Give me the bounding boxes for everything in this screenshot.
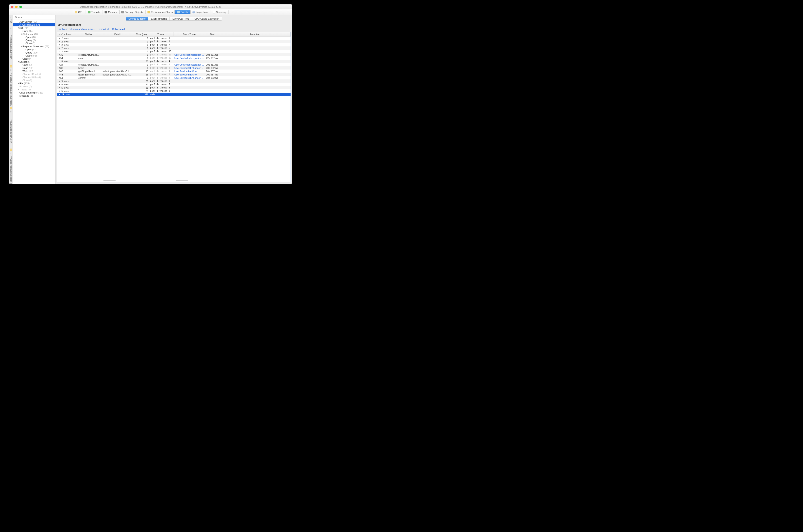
subtab-event-call-tree[interactable]: Event Call Tree — [170, 17, 192, 20]
tab-memory[interactable]: Memory — [102, 10, 119, 14]
table-row[interactable]: ▶2 rows0pool-1-thread-9 — [57, 37, 291, 40]
col-time[interactable]: Time (ms) — [134, 32, 149, 36]
table-row[interactable]: #43getSingleResultselect generatedAlias0… — [57, 73, 291, 76]
close-icon[interactable]: × — [10, 69, 12, 71]
col-start[interactable]: Start — [205, 32, 219, 36]
tab-summary[interactable]: Summary — [211, 10, 228, 14]
tree-node-sock-chread[interactable]: Channel Read(0) — [13, 73, 55, 76]
table-row[interactable]: #40getSingleResultselect generatedAlias0… — [57, 70, 291, 73]
tree-node-jpa[interactable]: JPA/Hibernate(57) — [13, 23, 55, 26]
expand-icon[interactable]: ▶ — [59, 87, 61, 89]
table-row[interactable]: #33begin0pool-1-thread-4UserService$$Enh… — [57, 66, 291, 70]
tab-cpu[interactable]: CPU — [73, 10, 85, 14]
table-row[interactable]: ▶5 rows31pool-1-thread-8 — [57, 86, 291, 89]
tree-node-sql-open[interactable]: Open(14) — [13, 30, 55, 33]
col-detail[interactable]: Detail — [101, 32, 134, 36]
tree-node-sock-write[interactable]: Write(83) — [13, 70, 55, 73]
table-row[interactable]: ▶2 rows0pool-1-thread-6 — [57, 46, 291, 50]
cell-stack[interactable]: UserControllerIntegrationTest — [173, 63, 205, 66]
table-row[interactable]: ▶2 rows0pool-1-thread-2 — [57, 40, 291, 43]
gear-icon[interactable] — [58, 33, 61, 36]
close-icon[interactable]: × — [10, 152, 12, 155]
cell-stack[interactable]: UserService.findOne — [173, 73, 205, 76]
tree-node-sock-close[interactable]: Close(0) — [13, 79, 55, 82]
side-tab-1[interactable]: ×UserControllerIntegrati… — [9, 26, 13, 68]
search-icon[interactable] — [61, 34, 63, 35]
col-method[interactable]: Method — [77, 32, 101, 36]
table-row[interactable]: #30createEntityManager0pool-1-thread-10U… — [57, 53, 291, 56]
col-exception[interactable]: Exception — [219, 32, 291, 36]
h-scrollbar-thumb[interactable] — [104, 180, 116, 181]
expand-icon[interactable]: ▼ — [59, 50, 61, 52]
tree-node-stmt-query[interactable]: Query(8) — [13, 39, 55, 42]
h-scrollbar-thumb[interactable] — [176, 180, 188, 181]
expand-icon[interactable]: ▶ — [59, 93, 61, 95]
tree-node-process[interactable]: Process(0) — [13, 85, 55, 88]
cell-stack[interactable]: UserService$$EnhancerBySprin — [173, 77, 205, 79]
table-row[interactable]: ▶5 rows29pool-1-thread-3 — [57, 89, 291, 93]
col-thread[interactable]: Thread — [149, 32, 173, 36]
cell-stack[interactable]: UserControllerIntegrationTest — [173, 54, 205, 56]
col-row[interactable]: ▲ Row — [57, 32, 77, 36]
tab-events[interactable]: Events — [175, 10, 190, 14]
subtab-events-by-table[interactable]: Events by Table — [126, 17, 148, 20]
tree-node-stmt-close[interactable]: Close(7) — [13, 42, 55, 45]
tree-node-prep-query[interactable]: Query(106) — [13, 51, 55, 54]
cell-stack[interactable]: UserService.findOne — [173, 70, 205, 73]
tree-node-sql[interactable]: ▼SQL(14) — [13, 26, 55, 30]
tab-threads[interactable]: Threads — [86, 10, 102, 14]
collapse-all-link[interactable]: Collapse all — [112, 28, 125, 30]
tree-node-sock-chwrite[interactable]: Channel Write(0) — [13, 76, 55, 79]
expand-icon[interactable]: ▶ — [59, 80, 61, 82]
expand-icon[interactable]: ▼ — [59, 60, 61, 62]
tree-node-stmt-open[interactable]: Open(10) — [13, 36, 55, 39]
tree-node-message[interactable]: Message(3) — [13, 94, 55, 97]
expand-icon[interactable]: ▶ — [59, 44, 61, 46]
subtab-event-timeline[interactable]: Event Timeline — [148, 17, 170, 20]
expand-icon[interactable]: ▶ — [59, 90, 61, 92]
table-row[interactable]: ▶5 rows30pool-1-thread-1 — [57, 79, 291, 83]
expand-icon[interactable]: ▶ — [59, 47, 61, 49]
side-tab-3[interactable]: ×UserControllerIntegrati… — [9, 110, 13, 152]
cell-stack[interactable]: UserService$$EnhancerBySprin — [173, 66, 205, 69]
table-row[interactable]: #54close0pool-1-thread-10UserControllerI… — [57, 56, 291, 60]
zoom-icon[interactable] — [19, 6, 22, 8]
table-row[interactable]: ▶5 rows30pool-1-thread-5 — [57, 83, 291, 86]
table-row[interactable]: ▶2 rows0pool-1-thread-7 — [57, 43, 291, 46]
table-row[interactable]: #24createEntityManager0pool-1-thread-4Us… — [57, 63, 291, 66]
table-row[interactable]: #51commit2pool-1-thread-4UserService$$En… — [57, 76, 291, 79]
tables-tree[interactable]: JSP/Servlet(60)JPA/Hibernate(57)▼SQL(14)… — [13, 20, 55, 184]
tree-node-sql-stmt[interactable]: ▼Statement(10) — [13, 33, 55, 36]
tab-inspections[interactable]: Inspections — [190, 10, 210, 14]
table-row[interactable]: ▼5 rows30pool-1-thread-4 — [57, 60, 291, 63]
expand-icon[interactable]: ▶ — [59, 37, 61, 39]
tree-node-file[interactable]: ▶File(125) — [13, 82, 55, 85]
tree-node-jsp[interactable]: JSP/Servlet(60) — [13, 20, 55, 23]
tree-node-sql-close[interactable]: Close(4) — [13, 57, 55, 60]
table-row[interactable]: ▼2 rows0pool-1-thread-10 — [57, 50, 291, 53]
close-icon[interactable]: × — [10, 27, 12, 30]
tree-node-sock-open[interactable]: Open(6) — [13, 63, 55, 66]
subtab-cpu-usage[interactable]: CPU Usage Estimation — [192, 17, 222, 20]
table-body[interactable]: ▶2 rows0pool-1-thread-9▶2 rows0pool-1-th… — [57, 37, 291, 182]
tree-node-prep-open[interactable]: Open(72) — [13, 48, 55, 51]
tree-node-prep-close[interactable]: Close(66) — [13, 54, 55, 57]
table-row[interactable]: ▶22 rows396main — [57, 93, 291, 96]
col-stack[interactable]: Stack Trace — [173, 32, 205, 36]
tree-node-thread[interactable]: ▶Thread(0) — [13, 88, 55, 91]
close-icon[interactable]: × — [10, 17, 12, 19]
cell-stack[interactable]: UserControllerIntegrationTest — [173, 57, 205, 59]
minimize-icon[interactable] — [15, 6, 18, 8]
tree-node-sock-read[interactable]: Read(86) — [13, 66, 55, 70]
side-tab-2[interactable]: ×UserControllerIntegrationTest.m… — [9, 68, 13, 110]
expand-icon[interactable]: ▶ — [59, 83, 61, 86]
close-icon[interactable]: × — [10, 111, 12, 113]
tree-node-sql-prep[interactable]: ▼Prepared Statement(72) — [13, 45, 55, 48]
side-tab-4[interactable]: ×UserControllerIntegrationTest.mu… — [9, 152, 13, 184]
expand-icon[interactable]: ▶ — [59, 40, 61, 42]
tab-perf[interactable]: Performance Charts — [146, 10, 174, 14]
configure-columns-link[interactable]: Configure columns and grouping... — [58, 28, 95, 30]
tab-garbage[interactable]: Garbage Objects — [119, 10, 145, 14]
expand-all-link[interactable]: Expand all — [98, 28, 109, 30]
side-tab-welcome[interactable]: ×W… — [9, 16, 13, 26]
